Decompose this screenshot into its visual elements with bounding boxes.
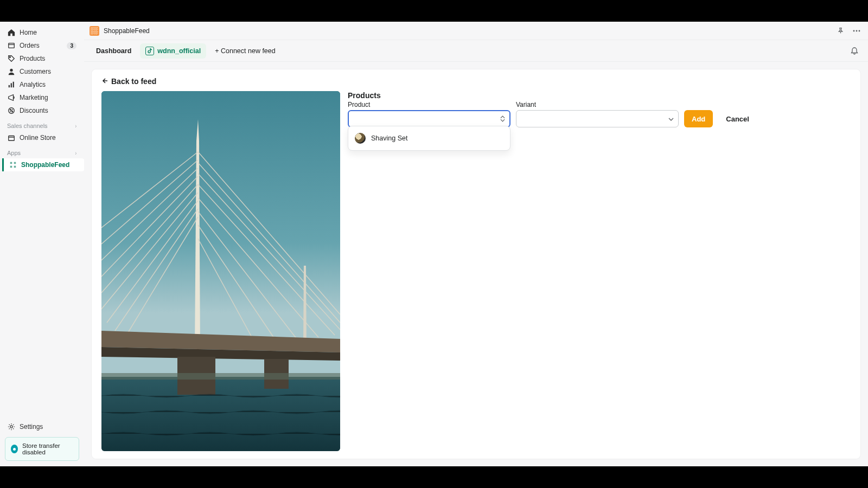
settings-label: Settings [20,423,43,431]
sidebar-item-home[interactable]: Home [3,26,81,39]
app-window: Home Orders 3 Products Customers Analyti… [0,22,868,466]
product-input[interactable] [354,115,495,123]
analytics-icon [8,81,15,88]
sidebar-item-customers[interactable]: Customers [3,65,81,78]
customers-icon [8,68,15,75]
svg-point-7 [10,109,11,110]
sidebar-item-label: Customers [20,68,51,75]
tab-feed[interactable]: wdnn_official [140,43,206,59]
products-icon [8,55,15,62]
section-apps[interactable]: Apps › [0,144,84,158]
nav-main: Home Orders 3 Products Customers Analyti… [0,26,84,117]
apps-list: ShoppableFeed [0,158,84,171]
page-card: Back to feed [92,69,860,459]
svg-rect-4 [11,83,12,87]
tab-dashboard[interactable]: Dashboard [91,44,137,58]
info-icon [11,445,18,453]
tab-label: + Connect new feed [215,47,276,55]
svg-rect-12 [10,166,12,168]
transfer-disabled-card[interactable]: Store transfer disabled [5,437,79,461]
sidebar-item-analytics[interactable]: Analytics [3,78,81,91]
product-label: Product [348,101,510,108]
main: ShoppableFeed Dashboard wdnn_official + … [84,22,868,466]
orders-badge: 3 [67,42,76,49]
layout-row: Products Product [101,91,851,451]
cancel-label: Cancel [726,115,749,123]
notifications-button[interactable] [847,44,861,58]
section-title: Sales channels [7,123,48,129]
section-sales-channels[interactable]: Sales channels › [0,117,84,131]
sidebar-item-label: ShoppableFeed [21,161,69,169]
svg-rect-3 [9,85,10,87]
transfer-text: Store transfer disabled [22,442,73,455]
product-combobox[interactable] [348,110,510,127]
row-fields: Product [348,101,851,127]
media-preview [101,91,340,451]
back-to-feed[interactable]: Back to feed [101,77,851,91]
sidebar-item-marketing[interactable]: Marketing [3,91,81,104]
app-logo-icon [90,26,99,36]
svg-rect-13 [14,166,16,168]
svg-rect-9 [9,136,15,141]
sidebar-item-label: Online Store [20,134,56,142]
orders-icon [8,42,15,49]
tabbar: Dashboard wdnn_official + Connect new fe… [84,40,868,62]
svg-marker-22 [303,266,307,350]
section-title: Apps [7,150,21,156]
app-title: ShoppableFeed [104,27,150,35]
app-grid-icon [9,161,17,169]
chevron-right-icon: › [75,150,76,156]
products-title: Products [348,91,851,100]
tab-label: wdnn_official [157,47,201,55]
sidebar-item-label: Discounts [20,107,48,114]
arrow-left-icon [101,77,108,86]
add-button[interactable]: Add [684,110,713,127]
sidebar-item-label: Orders [20,42,40,49]
tiktok-icon [145,47,154,55]
chevron-down-icon [668,115,674,123]
sidebar-item-shoppablefeed[interactable]: ShoppableFeed [2,158,84,171]
sidebar-item-label: Home [20,29,37,36]
pin-button[interactable] [834,25,846,37]
sidebar-item-label: Products [20,55,45,62]
form-pane: Products Product [348,91,851,451]
svg-rect-19 [101,377,340,451]
svg-point-1 [10,57,11,58]
dropdown-item-shaving-set[interactable]: Shaving Set [348,129,510,148]
svg-rect-10 [10,162,12,164]
tab-connect-new[interactable]: + Connect new feed [209,44,281,58]
store-icon [8,134,15,142]
content: Back to feed [84,62,868,466]
add-label: Add [692,115,705,123]
svg-point-8 [12,111,13,112]
svg-rect-11 [14,162,16,164]
sidebar-item-orders[interactable]: Orders 3 [3,39,81,52]
variant-field: Variant [516,101,679,127]
letterbox-top [0,0,868,22]
product-dropdown: Shaving Set [348,126,510,151]
variant-select[interactable] [516,110,679,127]
product-thumb [355,133,366,144]
sales-channels-list: Online Store [0,131,84,144]
chevron-right-icon: › [75,123,76,129]
updown-icon [499,114,506,124]
more-button[interactable] [851,25,863,37]
sidebar-item-online-store[interactable]: Online Store [3,131,81,144]
dropdown-item-label: Shaving Set [371,134,407,142]
topbar: ShoppableFeed [84,22,868,40]
cancel-button[interactable]: Cancel [718,110,757,127]
sidebar-spacer [0,171,84,420]
sidebar-item-products[interactable]: Products [3,52,81,65]
svg-point-14 [10,426,12,428]
svg-rect-0 [9,43,15,48]
variant-label: Variant [516,101,679,108]
sidebar-item-discounts[interactable]: Discounts [3,104,81,117]
sidebar-item-label: Analytics [20,81,46,88]
marketing-icon [8,94,15,101]
tab-label: Dashboard [96,47,131,55]
gear-icon [8,423,15,431]
svg-rect-44 [101,373,340,380]
sidebar-item-settings[interactable]: Settings [0,420,84,434]
sidebar: Home Orders 3 Products Customers Analyti… [0,22,84,466]
svg-point-17 [859,30,860,31]
